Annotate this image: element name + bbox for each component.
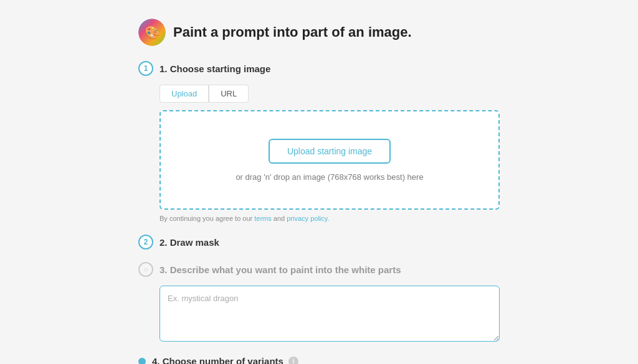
- step-3-header: ○ 3. Describe what you want to paint int…: [138, 262, 500, 277]
- terms-text: By continuing you agree to our terms and…: [160, 215, 500, 222]
- main-content: 🎨 Paint a prompt into part of an image. …: [138, 12, 500, 364]
- step-3-label: 3. Describe what you want to paint into …: [160, 264, 401, 275]
- app-logo: 🎨: [138, 19, 166, 46]
- step-4-label: 4. Choose number of variants: [152, 356, 283, 364]
- upload-button[interactable]: Upload starting image: [269, 139, 391, 164]
- step-1-header: 1 1. Choose starting image: [138, 61, 500, 76]
- tabs-container: Upload URL: [160, 85, 500, 103]
- step-1-section: 1 1. Choose starting image Upload URL Up…: [138, 61, 500, 222]
- step-2-header: 2 2. Draw mask: [138, 235, 500, 250]
- tab-upload[interactable]: Upload: [160, 85, 209, 103]
- step-3-circle: ○: [138, 262, 153, 277]
- privacy-link[interactable]: privacy policy.: [287, 215, 329, 222]
- step-1-label: 1. Choose starting image: [160, 63, 270, 74]
- step-1-number: 1: [138, 61, 153, 76]
- prompt-textarea[interactable]: [160, 286, 500, 342]
- step-4-dot: [138, 358, 146, 365]
- upload-dropzone[interactable]: Upload starting image or drag 'n' drop a…: [160, 110, 500, 210]
- step-4-section: 4. Choose number of variants i − 2 +: [138, 356, 500, 364]
- app-title: Paint a prompt into part of an image.: [173, 24, 412, 40]
- step-2-label: 2. Draw mask: [160, 237, 219, 248]
- step-3-section: ○ 3. Describe what you want to paint int…: [138, 262, 500, 343]
- app-header: 🎨 Paint a prompt into part of an image.: [138, 19, 500, 46]
- step-4-label-wrapper: 4. Choose number of variants i: [152, 356, 298, 364]
- logo-image: 🎨: [138, 19, 166, 46]
- tab-url[interactable]: URL: [209, 85, 249, 103]
- page-container: 🎨 Paint a prompt into part of an image. …: [0, 0, 638, 364]
- terms-link[interactable]: terms: [254, 215, 272, 222]
- step-2-number: 2: [138, 235, 153, 250]
- upload-hint: or drag 'n' drop an image (768x768 works…: [236, 172, 423, 182]
- info-icon[interactable]: i: [288, 357, 298, 365]
- step-4-header: 4. Choose number of variants i: [138, 356, 500, 364]
- step-2-section: 2 2. Draw mask: [138, 235, 500, 250]
- step-3-content: [160, 286, 500, 343]
- step-1-content: Upload URL Upload starting image or drag…: [160, 85, 500, 222]
